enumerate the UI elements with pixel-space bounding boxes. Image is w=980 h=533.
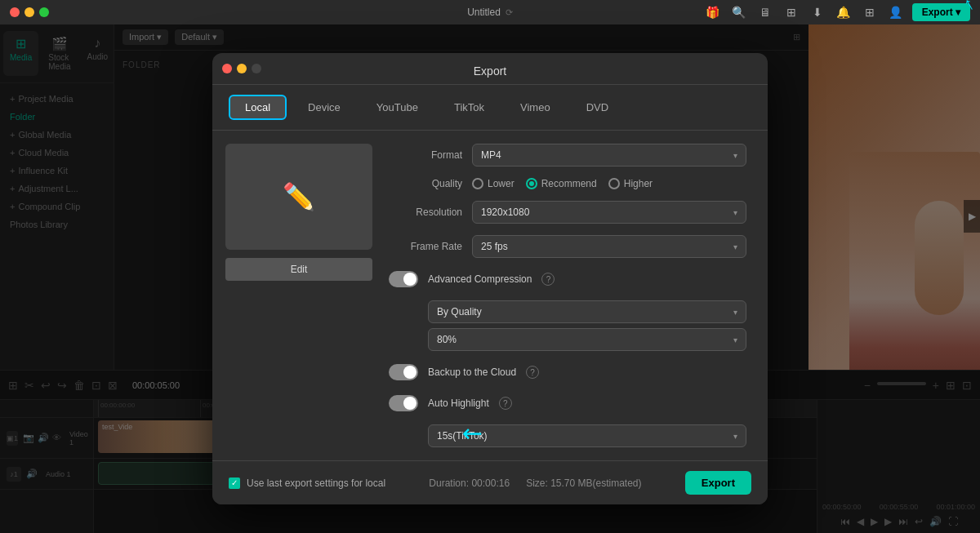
export-modal: Export Local Device YouTube TikTok Vimeo… [212,53,768,504]
modal-header: Export [212,53,768,85]
size-info: Size: 15.70 MB(estimated) [526,477,641,489]
tab-dvd[interactable]: DVD [572,96,623,118]
title-icon: ⟳ [506,7,513,18]
compression-percent-value: 80% [437,334,457,345]
export-top-button[interactable]: Export ▾ [912,3,970,21]
quality-higher-dot [608,178,620,189]
auto-highlight-label: Auto Highlight [428,398,489,409]
modal-thumbnail-panel: ✏️ Edit [225,144,372,447]
monitor-icon[interactable]: 🖥 [755,2,775,22]
edit-thumbnail-icon: ✏️ [283,181,315,212]
app-window: Untitled ⟳ 🎁 🔍 🖥 ⊞ ⬇ 🔔 ⊞ 👤 Export ▾ ↑ ⊞ … [0,0,980,533]
duration-value: 00:00:16 [471,477,510,489]
backup-cloud-toggle[interactable] [389,364,418,380]
frame-rate-value: 25 fps [481,241,508,252]
titlebar: Untitled ⟳ 🎁 🔍 🖥 ⊞ ⬇ 🔔 ⊞ 👤 Export ▾ ↑ [0,0,980,24]
modal-minimize[interactable] [237,64,247,73]
export-modal-button[interactable]: Export [685,471,751,495]
auto-highlight-chevron: ▾ [733,432,737,441]
download-icon[interactable]: ⬇ [808,2,827,22]
compression-quality-value: By Quality [437,306,482,318]
resolution-chevron: ▾ [733,208,737,217]
quality-recommend-label: Recommend [541,178,597,189]
modal-title: Export [474,64,506,78]
help-icon: ? [546,275,551,284]
compression-percent-chevron: ▾ [733,335,737,344]
format-value: MP4 [481,149,501,161]
format-label: Format [389,149,462,161]
edit-thumbnail-button[interactable]: Edit [225,258,372,281]
footer-info: Duration: 00:00:16 Size: 15.70 MB(estima… [429,477,641,489]
auto-highlight-help[interactable]: ? [499,397,512,410]
duration-info: Duration: 00:00:16 [429,477,510,489]
auto-highlight-row: Auto Highlight ? [389,393,746,413]
modal-body: ✏️ Edit Format MP4 ▾ [212,131,768,460]
bell-icon[interactable]: 🔔 [834,2,853,22]
frame-rate-select[interactable]: 25 fps ▾ [472,235,746,258]
backup-cloud-help[interactable]: ? [526,366,539,379]
modal-overlay: Export Local Device YouTube TikTok Vimeo… [0,24,980,533]
use-last-settings-text: Use last export settings for local [247,477,385,489]
close-button[interactable] [10,7,20,17]
quality-row: Quality Lower Recommend [389,178,746,189]
frame-rate-chevron: ▾ [733,242,737,251]
gift-icon[interactable]: 🎁 [703,2,723,22]
tab-device[interactable]: Device [293,96,355,118]
advanced-compression-row: Advanced Compression ? [389,269,746,289]
modal-footer: ✓ Use last export settings for local Dur… [212,460,768,504]
format-select[interactable]: MP4 ▾ [472,144,746,167]
frame-rate-row: Frame Rate 25 fps ▾ [389,235,746,258]
advanced-compression-toggle[interactable] [389,271,418,287]
format-chevron: ▾ [733,151,737,160]
auto-highlight-value: 15s(TikTok) [437,430,488,442]
modal-maximize[interactable] [252,64,261,73]
quality-lower[interactable]: Lower [472,178,514,189]
grid-icon[interactable]: ⊞ [860,2,880,22]
auto-highlight-select[interactable]: 15s(TikTok) ▾ [428,424,746,447]
title-text: Untitled [467,7,501,18]
modal-settings-panel: Format MP4 ▾ Quality Lower [389,144,755,447]
quality-lower-label: Lower [488,178,514,189]
compression-percent-select[interactable]: 80% ▾ [428,328,746,351]
format-row: Format MP4 ▾ [389,144,746,167]
resolution-row: Resolution 1920x1080 ▾ [389,201,746,224]
modal-close[interactable] [222,64,232,73]
maximize-button[interactable] [39,7,49,17]
compression-quality-control: By Quality ▾ 80% ▾ [428,300,746,351]
backup-cloud-row: Backup to the Cloud ? [389,362,746,382]
window-controls [10,7,49,17]
resolution-select[interactable]: 1920x1080 ▾ [472,201,746,224]
layout-icon[interactable]: ⊞ [782,2,801,22]
auto-highlight-control: 15s(TikTok) ▾ [428,424,746,447]
user-icon[interactable]: 👤 [886,2,906,22]
top-toolbar: 🎁 🔍 🖥 ⊞ ⬇ 🔔 ⊞ 👤 Export ▾ ↑ [693,0,980,24]
quality-radio-group: Lower Recommend Higher [472,178,746,189]
quality-recommend[interactable]: Recommend [526,178,597,189]
duration-label: Duration: [429,477,469,489]
backup-cloud-label: Backup to the Cloud [428,366,516,378]
tab-vimeo[interactable]: Vimeo [506,96,565,118]
window-title: Untitled ⟳ [467,7,513,18]
compression-quality-select[interactable]: By Quality ▾ [428,300,746,323]
quality-higher[interactable]: Higher [608,178,653,189]
quality-recommend-dot [526,178,537,189]
search-icon[interactable]: 🔍 [729,2,749,22]
use-last-settings-checkbox[interactable]: ✓ [229,477,240,489]
modal-tabs: Local Device YouTube TikTok Vimeo DVD [212,85,768,131]
highlight-help-icon: ? [503,399,508,408]
use-last-settings-label[interactable]: ✓ Use last export settings for local [229,477,385,489]
advanced-compression-help[interactable]: ? [541,273,555,286]
tab-local[interactable]: Local [229,95,287,120]
quality-label: Quality [389,178,462,189]
modal-traffic-lights [222,64,261,73]
backup-help-icon: ? [530,368,535,377]
tab-youtube[interactable]: YouTube [362,96,433,118]
frame-rate-label: Frame Rate [389,241,462,252]
resolution-label: Resolution [389,207,462,218]
quality-lower-dot [472,178,483,189]
thumbnail-preview: ✏️ [225,144,372,250]
minimize-button[interactable] [24,7,34,17]
quality-higher-label: Higher [624,178,653,189]
tab-tiktok[interactable]: TikTok [439,96,499,118]
auto-highlight-toggle[interactable] [389,395,418,411]
